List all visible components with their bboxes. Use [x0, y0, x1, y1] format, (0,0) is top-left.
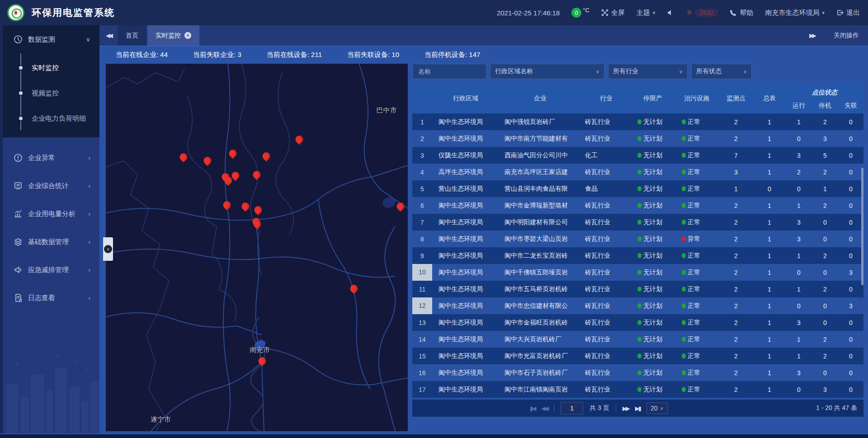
- cell-region: 阆中生态环境局: [432, 202, 499, 210]
- status-dot: [682, 119, 686, 124]
- production-text: 无计划: [643, 386, 662, 393]
- prev-page-icon[interactable]: ◀◀: [541, 405, 547, 412]
- tabs-scroll-left-icon[interactable]: ◀◀: [99, 32, 118, 39]
- sidebar-item-power-analysis[interactable]: 企业用电量分析 ‹: [3, 200, 99, 228]
- cell-run: 1: [786, 336, 812, 343]
- sidebar-item-emergency-reduction[interactable]: 应急减排管理 ‹: [3, 256, 99, 284]
- region-filter-select[interactable]: 行政区域名称 ∨: [490, 64, 604, 79]
- cell-company: 阆中千佛镇五郎垭页岩: [499, 268, 581, 277]
- table-row[interactable]: 8 阆中生态环境局 阆中市枣碧大梁山页岩 砖瓦行业 无计划 异常 2 1 3 0…: [412, 231, 863, 247]
- cell-region: 阆中生态环境局: [432, 352, 499, 360]
- close-operations-button[interactable]: 关闭操作: [834, 32, 859, 40]
- sidebar-item-power-load-detail[interactable]: 企业电力负荷明细: [3, 106, 99, 131]
- help-button[interactable]: 帮助: [730, 9, 753, 17]
- table-row[interactable]: 13 阆中生态环境局 阆中市金福旺页岩机砖 砖瓦行业 无计划 正常 2 1 3 …: [412, 314, 863, 331]
- map-pin[interactable]: [254, 220, 261, 228]
- tabs-scroll-right-icon[interactable]: ▶▶: [803, 32, 821, 39]
- table-row[interactable]: 3 仪陇生态环境局 西南油气田分公司川中 化工 无计划 正常 7 1 3 5 0: [412, 147, 863, 164]
- industry-filter-select[interactable]: 所有行业 ∨: [608, 64, 688, 79]
- sidebar-item-base-data[interactable]: 基础数据管理 ‹: [3, 228, 99, 256]
- table-row[interactable]: 14 阆中生态环境局 阆中大兴页岩机砖厂 砖瓦行业 无计划 正常 2 1 1 2…: [412, 331, 863, 348]
- cell-index: 5: [412, 185, 432, 193]
- cell-company: 阆中市二龙长宝页岩砖: [499, 252, 581, 260]
- production-text: 无计划: [643, 252, 662, 259]
- cell-run: 0: [786, 185, 812, 193]
- cell-lost: 0: [838, 135, 863, 142]
- table-row[interactable]: 1 阆中生态环境局 阆中强锐页岩砖厂 砖瓦行业 无计划 正常 2 1 1 2 0: [412, 113, 863, 130]
- chevron-down-icon: ▾: [653, 10, 656, 16]
- fullscreen-button[interactable]: 全屏: [601, 9, 625, 17]
- cell-run: 0: [786, 302, 812, 310]
- name-filter-input-box[interactable]: [412, 64, 486, 79]
- map-pin[interactable]: [253, 171, 261, 179]
- mute-button[interactable]: [667, 9, 674, 16]
- org-dropdown[interactable]: 南充市生态环境局 ▾: [765, 9, 825, 17]
- table-row[interactable]: 17 阆中生态环境局 阆中市江南镇阆南页岩 砖瓦行业 无计划 正常 2 1 0 …: [412, 381, 863, 398]
- cell-company: 阆中市枣碧大梁山页岩: [499, 235, 581, 243]
- name-filter-input[interactable]: [417, 67, 481, 75]
- page-size-select[interactable]: 20 ∨: [646, 402, 668, 414]
- map-pin[interactable]: [396, 203, 404, 210]
- sidebar-item-enterprise-statistics[interactable]: 企业综合统计 ‹: [3, 172, 99, 200]
- sidebar-item-realtime-monitoring[interactable]: 实时监控: [3, 55, 99, 80]
- table-row[interactable]: 10 阆中生态环境局 阆中千佛镇五郎垭页岩 砖瓦行业 无计划 正常 2 1 0 …: [412, 264, 863, 281]
- cell-lost: 0: [838, 202, 863, 209]
- table-row[interactable]: 12 阆中生态环境局 阆中市忠信建材有限公 砖瓦行业 无计划 正常 2 1 0 …: [412, 297, 863, 314]
- table-row[interactable]: 5 营山生态环境局 营山县润丰肉食品有限 食品 无计划 正常 1 0 0 1 0: [412, 180, 863, 197]
- cell-facility: 正常: [675, 285, 719, 293]
- last-page-icon[interactable]: ▶▮: [635, 405, 640, 412]
- close-tab-icon[interactable]: [184, 32, 191, 39]
- table-row[interactable]: 2 阆中生态环境局 阆中市南方节能建材有 砖瓦行业 无计划 正常 2 1 0 3…: [412, 130, 863, 147]
- table-row[interactable]: 11 阆中生态环境局 阆中市五马桥页岩机砖 砖瓦行业 无计划 正常 2 1 1 …: [412, 281, 863, 297]
- map-pin[interactable]: [259, 357, 266, 365]
- cell-run: 1: [786, 252, 812, 259]
- col-region: 行政区域: [432, 94, 499, 103]
- map-pin[interactable]: [229, 150, 237, 157]
- status-filter-select[interactable]: 所有状态 ∨: [691, 64, 752, 79]
- table-row[interactable]: 7 阆中生态环境局 阆中明阳建材有限公司 砖瓦行业 无计划 正常 2 1 3 0…: [412, 214, 863, 231]
- cell-region: 阆中生态环境局: [432, 319, 499, 327]
- table-row[interactable]: 16 阆中生态环境局 阆中市石子页岩机砖厂 砖瓦行业 无计划 正常 2 1 3 …: [412, 364, 863, 381]
- clock-icon: [14, 35, 23, 44]
- map-pin[interactable]: [255, 206, 262, 214]
- facility-text: 正常: [688, 252, 700, 259]
- sidebar-item-video-monitoring[interactable]: 视频监控: [3, 80, 99, 106]
- tab-home[interactable]: 首页: [118, 25, 146, 46]
- page-number-input[interactable]: [561, 402, 583, 414]
- table-row[interactable]: 18 南部生态环境局 南部县砌兴土陶有限公 建材加工 无计划 正常 5 0 0 …: [412, 398, 863, 399]
- sidebar-item-data-monitoring[interactable]: 数据监测 ∨: [3, 25, 99, 53]
- map-pin[interactable]: [242, 203, 250, 210]
- table-scrollbar[interactable]: [861, 168, 863, 285]
- map-pin[interactable]: [231, 172, 239, 179]
- next-page-icon[interactable]: ▶▶: [623, 405, 629, 412]
- table-row[interactable]: 15 阆中生态环境局 阆中市光富页岩机砖厂 砖瓦行业 无计划 正常 2 1 1 …: [412, 348, 863, 364]
- cell-meter: 1: [753, 319, 786, 326]
- sidebar-item-log-view[interactable]: 日志查看 ‹: [3, 284, 99, 312]
- tab-realtime-monitoring[interactable]: 实时监控: [147, 25, 199, 46]
- cell-facility: 正常: [675, 335, 719, 344]
- sidebar-item-enterprise-abnormal[interactable]: 企业异常 ‹: [3, 144, 99, 172]
- map-pin[interactable]: [350, 285, 358, 292]
- theme-dropdown[interactable]: 主题 ▾: [637, 9, 656, 17]
- logout-button[interactable]: 退出: [836, 9, 860, 17]
- cell-stop: 5: [812, 152, 838, 159]
- cell-points: 7: [719, 152, 753, 159]
- map-pin[interactable]: [223, 201, 231, 209]
- map-panel[interactable]: 巴中市南充市遂宁市: [106, 64, 408, 431]
- divider: [554, 404, 554, 412]
- map-pin[interactable]: [180, 153, 188, 161]
- map-pin[interactable]: [262, 152, 270, 160]
- first-page-icon[interactable]: ▮◀: [530, 405, 535, 412]
- cell-industry: 食品: [581, 185, 631, 193]
- cell-meter: 1: [753, 269, 786, 276]
- sidebar-collapse-button[interactable]: ‹: [103, 237, 113, 261]
- map-pin[interactable]: [296, 136, 303, 143]
- map-pin[interactable]: [224, 177, 232, 184]
- notifications[interactable]: 2632: [686, 9, 718, 17]
- cell-index: 12: [412, 297, 432, 314]
- table-row[interactable]: 9 阆中生态环境局 阆中市二龙长宝页岩砖 砖瓦行业 无计划 正常 2 1 1 2…: [412, 247, 863, 264]
- table-row[interactable]: 4 高坪生态环境局 南充市高坪区王家店建 砖瓦行业 无计划 正常 3 1 2 2…: [412, 164, 863, 180]
- status-dot: [682, 353, 686, 358]
- table-row[interactable]: 6 阆中生态环境局 阆中市金博瑞新型墙材 砖瓦行业 无计划 正常 2 1 1 2…: [412, 197, 863, 214]
- map-pin[interactable]: [204, 157, 212, 165]
